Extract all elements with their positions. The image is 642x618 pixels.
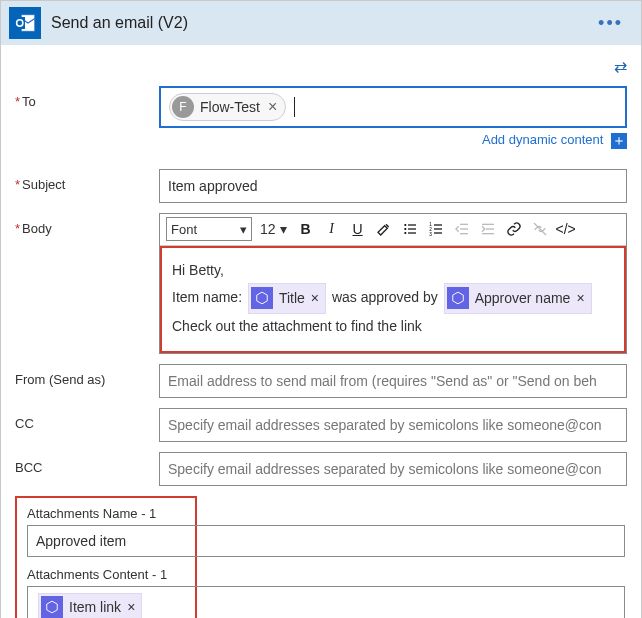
font-select[interactable]: Font▾	[166, 217, 252, 241]
attachments-section: Attachments Name - 1 Approved item Attac…	[15, 496, 627, 618]
add-dynamic-content-plus-icon[interactable]: ＋	[611, 133, 627, 149]
form-body: To F Flow-Test × Add dynamic content ＋	[1, 86, 641, 618]
chip-remove-icon[interactable]: ×	[268, 99, 277, 115]
att-content-input[interactable]: Item link ×	[27, 586, 625, 618]
subject-value: Item approved	[168, 178, 258, 194]
card-header: Send an email (V2) •••	[1, 1, 641, 45]
svg-point-3	[404, 224, 406, 226]
svg-point-4	[404, 228, 406, 230]
bold-button[interactable]: B	[295, 218, 317, 240]
from-placeholder: Email address to send mail from (require…	[168, 373, 597, 389]
italic-button[interactable]: I	[321, 218, 343, 240]
dynamic-token-title[interactable]: Title ×	[248, 283, 326, 314]
body-line-2: Item name: Title × was approved by	[172, 283, 614, 314]
font-size-select[interactable]: 12▾	[256, 221, 291, 237]
body-line-1: Hi Betty,	[172, 258, 614, 283]
number-list-button[interactable]: 123	[425, 218, 447, 240]
svg-point-5	[404, 232, 406, 234]
unlink-button[interactable]	[529, 218, 551, 240]
to-input[interactable]: F Flow-Test ×	[159, 86, 627, 128]
token-remove-icon[interactable]: ×	[311, 286, 319, 311]
body-editor[interactable]: Hi Betty, Item name: Title × was approve…	[160, 246, 626, 354]
att-name-label: Attachments Name - 1	[27, 506, 185, 521]
cc-placeholder: Specify email addresses separated by sem…	[168, 417, 602, 433]
body-editor-container: Font▾ 12▾ B I U	[159, 213, 627, 355]
chip-label: Flow-Test	[200, 99, 260, 115]
indent-button[interactable]	[477, 218, 499, 240]
rte-toolbar: Font▾ 12▾ B I U	[160, 214, 626, 246]
cc-input[interactable]: Specify email addresses separated by sem…	[159, 408, 627, 442]
cc-label: CC	[15, 408, 159, 431]
token-remove-icon[interactable]: ×	[127, 599, 135, 615]
swap-icon[interactable]: ⇄	[614, 57, 627, 76]
att-name-input[interactable]: Approved item	[27, 525, 625, 557]
to-label: To	[15, 86, 159, 109]
code-view-button[interactable]: </>	[555, 218, 577, 240]
from-input[interactable]: Email address to send mail from (require…	[159, 364, 627, 398]
text-caret	[294, 97, 295, 117]
avatar: F	[172, 96, 194, 118]
subject-input[interactable]: Item approved	[159, 169, 627, 203]
token-icon	[251, 287, 273, 309]
highlight-button[interactable]	[373, 218, 395, 240]
dynamic-token-itemlink[interactable]: Item link ×	[38, 593, 142, 618]
link-button[interactable]	[503, 218, 525, 240]
att-content-label: Attachments Content - 1	[27, 567, 185, 582]
chevron-down-icon: ▾	[240, 222, 247, 237]
bcc-placeholder: Specify email addresses separated by sem…	[168, 461, 602, 477]
token-remove-icon[interactable]: ×	[576, 286, 584, 311]
dynamic-token-approver[interactable]: Approver name ×	[444, 283, 592, 314]
body-label: Body	[15, 213, 159, 236]
svg-text:3: 3	[429, 232, 432, 237]
add-dynamic-content-link[interactable]: Add dynamic content	[482, 132, 603, 147]
card-title: Send an email (V2)	[51, 14, 188, 32]
token-icon	[41, 596, 63, 618]
underline-button[interactable]: U	[347, 218, 369, 240]
chevron-down-icon: ▾	[280, 221, 287, 237]
from-label: From (Send as)	[15, 364, 159, 387]
action-card: Send an email (V2) ••• ⇄ To F Flow-Test …	[0, 0, 642, 618]
bullet-list-button[interactable]	[399, 218, 421, 240]
to-chip[interactable]: F Flow-Test ×	[169, 93, 286, 121]
token-icon	[447, 287, 469, 309]
card-menu-button[interactable]: •••	[592, 9, 629, 38]
body-line-3: Check out the attachment to find the lin…	[172, 314, 614, 339]
att-name-value: Approved item	[36, 533, 126, 549]
subject-label: Subject	[15, 169, 159, 192]
outlook-icon	[9, 7, 41, 39]
outdent-button[interactable]	[451, 218, 473, 240]
bcc-input[interactable]: Specify email addresses separated by sem…	[159, 452, 627, 486]
bcc-label: BCC	[15, 452, 159, 475]
attachments-highlight-box: Attachments Name - 1 Approved item Attac…	[15, 496, 197, 618]
